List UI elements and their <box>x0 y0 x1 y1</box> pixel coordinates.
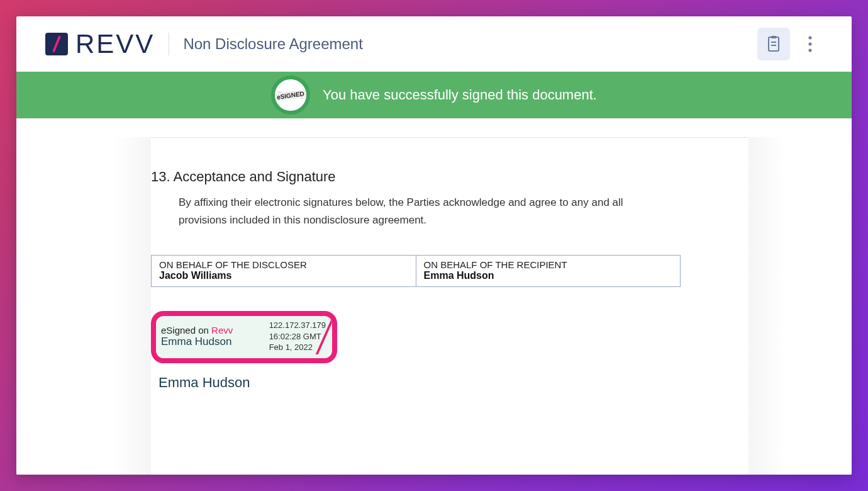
section-heading: 13. Acceptance and Signature <box>151 169 717 185</box>
document-viewport[interactable]: 13. Acceptance and Signature By affixing… <box>16 118 852 475</box>
svg-rect-2 <box>771 36 776 38</box>
clipboard-button[interactable] <box>757 28 790 60</box>
page-edge-shade <box>748 137 786 475</box>
svg-point-7 <box>809 48 812 52</box>
svg-point-5 <box>809 36 812 39</box>
discloser-role-label: ON BEHALF OF THE DISCLOSER <box>159 259 408 270</box>
stamp-line-1: eSigned on Revv <box>161 325 233 336</box>
parties-table: ON BEHALF OF THE DISCLOSER Jacob William… <box>151 255 681 287</box>
section-acceptance: 13. Acceptance and Signature By affixing… <box>151 169 717 229</box>
signature-stamp: eSigned on Revv Emma Hudson 122.172.37.1… <box>151 311 337 363</box>
section-body-text: By affixing their electronic signatures … <box>151 194 667 229</box>
more-menu-button[interactable] <box>794 28 826 60</box>
document-page: 13. Acceptance and Signature By affixing… <box>151 118 717 475</box>
slash-icon <box>50 36 64 52</box>
document-title: Non Disclosure Agreement <box>183 35 362 53</box>
svg-point-6 <box>809 42 812 45</box>
brand-logo-mark <box>45 33 68 55</box>
brand-logo-text: REVV <box>75 29 155 59</box>
stamp-prefix: eSigned on <box>161 325 211 336</box>
recipient-role-label: ON BEHALF OF THE RECIPIENT <box>424 259 673 270</box>
app-window: REVV Non Disclosure Agreement <box>16 16 852 475</box>
stamp-signer: Emma Hudson <box>161 336 233 348</box>
svg-line-0 <box>53 37 59 51</box>
discloser-cell: ON BEHALF OF THE DISCLOSER Jacob William… <box>152 256 416 287</box>
printed-signer-name: Emma Hudson <box>159 375 717 391</box>
stamp-brand: Revv <box>211 325 233 336</box>
page-edge-shade <box>113 137 151 475</box>
more-vertical-icon <box>808 36 812 52</box>
svg-rect-1 <box>769 37 779 51</box>
header-bar: REVV Non Disclosure Agreement <box>16 16 852 72</box>
esigned-seal: eSIGNED <box>271 76 310 115</box>
header-separator <box>169 33 169 55</box>
slash-icon <box>309 320 326 354</box>
clipboard-icon <box>766 35 781 53</box>
discloser-name: Jacob Williams <box>159 270 408 281</box>
brand-logo[interactable]: REVV <box>45 29 155 59</box>
recipient-name: Emma Hudson <box>424 270 673 281</box>
recipient-cell: ON BEHALF OF THE RECIPIENT Emma Hudson <box>416 256 681 287</box>
success-message: You have successfully signed this docume… <box>323 87 597 103</box>
header-actions <box>757 28 826 60</box>
page-divider <box>151 137 748 138</box>
success-banner: eSIGNED You have successfully signed thi… <box>16 72 852 118</box>
table-row: ON BEHALF OF THE DISCLOSER Jacob William… <box>152 256 681 287</box>
